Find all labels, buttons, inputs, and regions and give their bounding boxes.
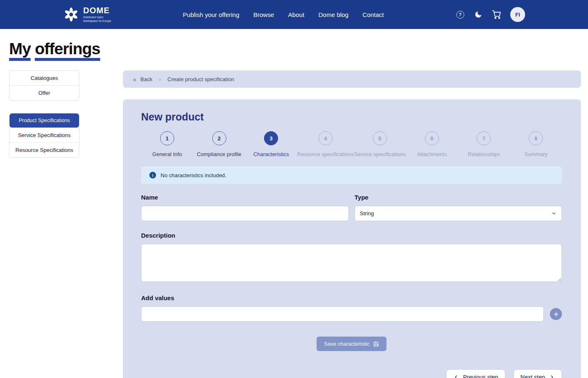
step-number: 8 <box>529 131 543 145</box>
step-label: Characteristics <box>253 151 289 157</box>
name-label: Name <box>141 194 349 201</box>
step-compliance-profile[interactable]: 2 Compliance profile <box>193 131 245 157</box>
card-title: New product <box>141 111 562 123</box>
type-label: Type <box>355 194 562 201</box>
back-chevrons-icon: « <box>133 76 136 82</box>
step-attachments[interactable]: 6 Attachments <box>406 131 458 157</box>
sidebar-item-offer[interactable]: Offer <box>10 85 79 100</box>
step-label: Attachments <box>417 151 447 157</box>
brand-name: DOME <box>83 6 111 14</box>
main-nav: Publish your offering Browse About Dome … <box>183 11 384 18</box>
chevron-left-icon <box>453 374 459 378</box>
save-icon <box>373 341 379 347</box>
description-label: Description <box>141 232 562 239</box>
user-avatar[interactable]: FI <box>510 7 525 22</box>
sidebar-group-specifications: Product Specifications Service Specifica… <box>9 113 79 158</box>
sidebar-group-catalogues: Catalogues Offer <box>9 70 79 101</box>
step-general-info[interactable]: 1 General Info <box>141 131 193 157</box>
page-title: Myofferings <box>9 40 588 58</box>
info-icon: i <box>149 172 156 178</box>
step-label: Resource specifications <box>297 151 354 157</box>
step-label: Summary <box>524 151 547 157</box>
breadcrumb-separator-icon: › <box>159 76 161 82</box>
help-icon[interactable]: ? <box>456 10 465 19</box>
alert-text: No characteristics included. <box>161 172 226 178</box>
main-content: « Back › Create product specification Ne… <box>123 70 581 378</box>
top-navbar: DOME Distributed Open Marketplace for Eu… <box>0 0 588 29</box>
type-select[interactable]: String <box>355 206 562 221</box>
description-textarea[interactable] <box>141 244 562 282</box>
step-resource-specifications[interactable]: 4 Resource specifications <box>297 131 354 157</box>
new-product-card: New product 1 General Info 2 Compliance … <box>123 99 581 378</box>
brand[interactable]: DOME Distributed Open Marketplace for Eu… <box>63 6 111 23</box>
next-step-label: Next step <box>521 374 545 378</box>
name-input[interactable] <box>141 206 349 221</box>
nav-link-publish[interactable]: Publish your offering <box>183 11 239 18</box>
step-number: 5 <box>373 131 387 145</box>
step-label: Service specifications <box>354 151 406 157</box>
save-characteristic-button[interactable]: Save characteristic <box>317 337 386 351</box>
plus-icon <box>553 311 559 317</box>
step-label: Compliance profile <box>197 151 242 157</box>
add-values-label: Add values <box>141 294 562 301</box>
sidebar-item-product-specifications[interactable]: Product Specifications <box>10 113 79 128</box>
sidebar-item-catalogues[interactable]: Catalogues <box>10 71 79 85</box>
add-value-input[interactable] <box>141 306 544 322</box>
wizard-stepper: 1 General Info 2 Compliance profile 3 Ch… <box>141 131 562 157</box>
step-number: 4 <box>319 131 333 145</box>
navbar-icons: ? FI <box>456 7 525 22</box>
step-number: 7 <box>477 131 491 145</box>
step-relationships[interactable]: 7 Relationships <box>458 131 510 157</box>
step-number: 6 <box>425 131 439 145</box>
previous-step-label: Previous step <box>463 374 498 378</box>
nav-link-dome-blog[interactable]: Dome blog <box>319 11 349 18</box>
chevron-right-icon <box>549 374 555 378</box>
step-summary[interactable]: 8 Summary <box>510 131 562 157</box>
brand-tagline: Distributed Open Marketplace for Europe <box>83 16 111 22</box>
breadcrumb-current: Create product specification <box>168 76 234 82</box>
step-number: 2 <box>212 131 226 145</box>
previous-step-button[interactable]: Previous step <box>446 369 505 378</box>
step-label: Relationships <box>468 151 500 157</box>
add-value-button[interactable] <box>550 308 562 320</box>
no-characteristics-alert: i No characteristics included. <box>141 166 562 184</box>
next-step-button[interactable]: Next step <box>514 369 562 378</box>
step-label: General Info <box>152 151 182 157</box>
sidebar-item-service-specifications[interactable]: Service Specifications <box>10 128 79 142</box>
nav-link-about[interactable]: About <box>288 11 304 18</box>
save-characteristic-label: Save characteristic <box>324 341 370 347</box>
sidebar: Catalogues Offer Product Specifications … <box>9 70 79 378</box>
step-service-specifications[interactable]: 5 Service specifications <box>354 131 406 157</box>
breadcrumb: « Back › Create product specification <box>123 70 581 88</box>
breadcrumb-back-link[interactable]: Back <box>140 76 152 82</box>
chevron-down-icon <box>551 211 557 216</box>
nav-link-contact[interactable]: Contact <box>362 11 384 18</box>
sidebar-item-resource-specifications[interactable]: Resource Specifications <box>10 142 79 157</box>
step-characteristics[interactable]: 3 Characteristics <box>245 131 297 157</box>
nav-link-browse[interactable]: Browse <box>253 11 274 18</box>
step-number: 3 <box>264 131 278 145</box>
dark-mode-moon-icon[interactable] <box>474 10 483 19</box>
dome-logo-icon <box>63 6 79 23</box>
step-number: 1 <box>160 131 174 145</box>
type-select-value: String <box>360 210 374 217</box>
cart-icon[interactable] <box>492 10 501 19</box>
